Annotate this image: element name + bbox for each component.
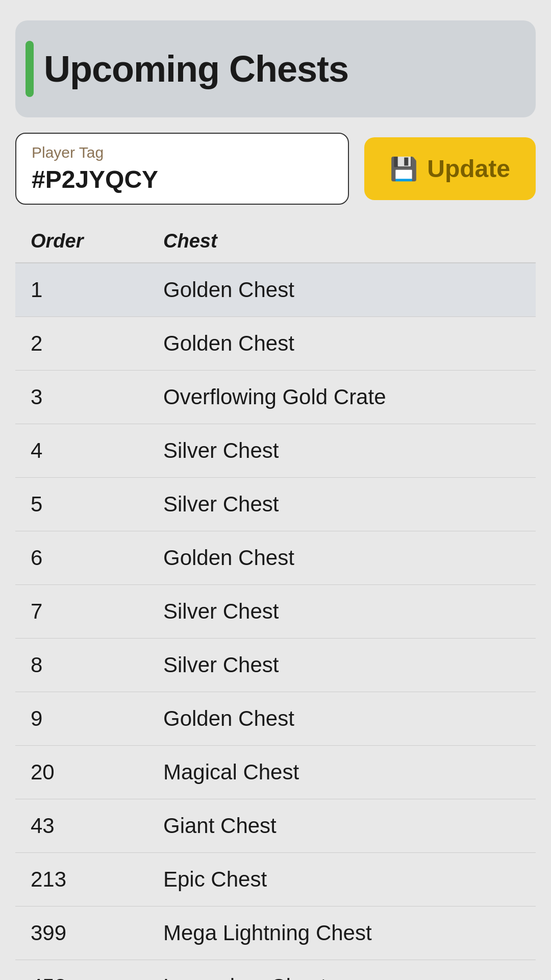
table-row: 213 Epic Chest <box>15 853 536 906</box>
row-chest: Golden Chest <box>163 278 520 302</box>
row-chest: Legendary Chest <box>163 974 520 980</box>
row-order: 8 <box>31 653 163 677</box>
table-row: 7 Silver Chest <box>15 585 536 639</box>
table-row: 399 Mega Lightning Chest <box>15 906 536 960</box>
table-row: 4 Silver Chest <box>15 424 536 478</box>
player-tag-value: #P2JYQCY <box>32 165 333 193</box>
row-chest: Giant Chest <box>163 814 520 838</box>
row-chest: Mega Lightning Chest <box>163 921 520 945</box>
column-header-order: Order <box>31 230 163 252</box>
row-order: 7 <box>31 599 163 624</box>
row-order: 399 <box>31 921 163 945</box>
table-row: 5 Silver Chest <box>15 478 536 531</box>
row-chest: Silver Chest <box>163 653 520 677</box>
player-tag-label: Player Tag <box>32 144 333 161</box>
table-row: 1 Golden Chest <box>15 263 536 317</box>
save-icon: 💾 <box>390 156 418 182</box>
table-row: 20 Magical Chest <box>15 746 536 799</box>
table-row: 43 Giant Chest <box>15 799 536 853</box>
row-chest: Silver Chest <box>163 492 520 517</box>
row-chest: Golden Chest <box>163 546 520 570</box>
row-order: 43 <box>31 814 163 838</box>
table-row: 453 Legendary Chest <box>15 960 536 980</box>
row-chest: Silver Chest <box>163 599 520 624</box>
table-body: 1 Golden Chest 2 Golden Chest 3 Overflow… <box>15 262 536 980</box>
page-title: Upcoming Chests <box>44 48 348 90</box>
player-tag-box[interactable]: Player Tag #P2JYQCY <box>15 133 349 205</box>
row-order: 3 <box>31 385 163 409</box>
row-chest: Magical Chest <box>163 760 520 785</box>
row-order: 213 <box>31 867 163 892</box>
row-order: 6 <box>31 546 163 570</box>
table-row: 6 Golden Chest <box>15 531 536 585</box>
row-order: 5 <box>31 492 163 517</box>
row-chest: Silver Chest <box>163 438 520 463</box>
row-chest: Epic Chest <box>163 867 520 892</box>
page-header: Upcoming Chests <box>15 20 536 117</box>
update-button-label: Update <box>427 155 510 183</box>
table-row: 9 Golden Chest <box>15 692 536 746</box>
table-row: 8 Silver Chest <box>15 639 536 692</box>
row-chest: Golden Chest <box>163 706 520 731</box>
table-row: 3 Overflowing Gold Crate <box>15 371 536 424</box>
row-order: 2 <box>31 331 163 356</box>
header-accent-bar <box>26 41 34 97</box>
row-order: 453 <box>31 974 163 980</box>
table-row: 2 Golden Chest <box>15 317 536 371</box>
chest-table: Order Chest 1 Golden Chest 2 Golden Ches… <box>15 225 536 980</box>
input-row: Player Tag #P2JYQCY 💾 Update <box>15 133 536 205</box>
row-order: 1 <box>31 278 163 302</box>
row-order: 9 <box>31 706 163 731</box>
table-header: Order Chest <box>15 225 536 262</box>
row-chest: Golden Chest <box>163 331 520 356</box>
row-order: 20 <box>31 760 163 785</box>
row-order: 4 <box>31 438 163 463</box>
column-header-chest: Chest <box>163 230 520 252</box>
row-chest: Overflowing Gold Crate <box>163 385 520 409</box>
update-button[interactable]: 💾 Update <box>364 137 536 200</box>
